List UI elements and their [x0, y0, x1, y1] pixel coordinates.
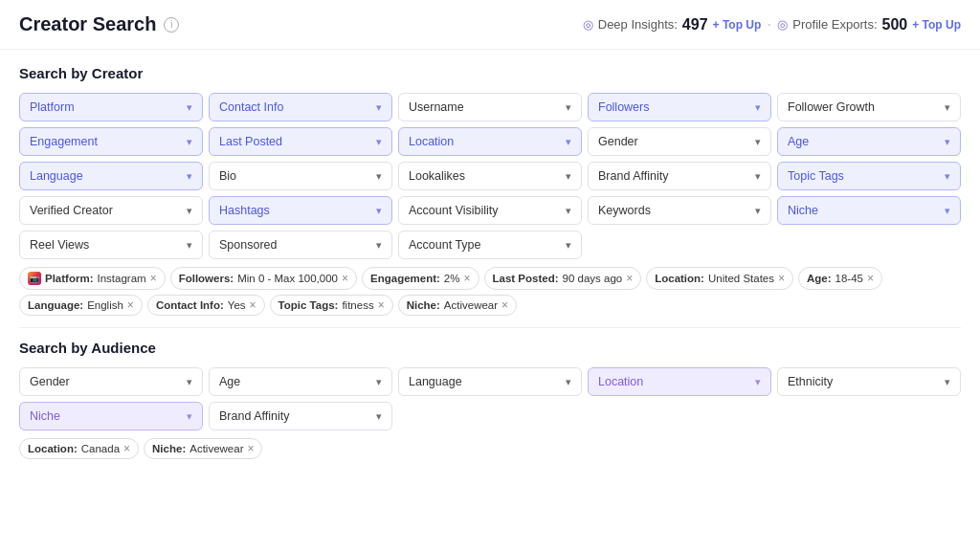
filter-tag-close[interactable]: × [778, 273, 785, 284]
filter-btn-label: Engagement [30, 135, 98, 148]
filter-tag: Location: Canada× [19, 438, 139, 459]
profile-exports-label: Profile Exports: [792, 17, 877, 32]
deep-insights-topup[interactable]: + Top Up [713, 18, 762, 32]
filter-btn-bio[interactable]: Bio▾ [209, 162, 392, 190]
profile-exports-topup[interactable]: + Top Up [912, 18, 961, 32]
header-right: ◎ Deep Insights: 497 + Top Up · ◎ Profil… [583, 14, 961, 34]
main-content: Search by Creator Platform▾Contact Info▾… [0, 50, 980, 478]
chevron-down-icon: ▾ [376, 170, 382, 183]
filter-btn-label: Gender [598, 135, 638, 148]
filter-btn-lookalikes[interactable]: Lookalikes▾ [398, 162, 582, 190]
filter-btn-engagement[interactable]: Engagement▾ [19, 127, 203, 156]
filter-btn-age[interactable]: Age▾ [209, 367, 392, 396]
chevron-down-icon: ▾ [945, 136, 950, 148]
filter-btn-last-posted[interactable]: Last Posted▾ [209, 127, 392, 156]
filter-btn-account-visibility[interactable]: Account Visibility▾ [398, 196, 582, 225]
filter-btn-verified-creator[interactable]: Verified Creator▾ [19, 196, 203, 225]
filter-btn-label: Account Visibility [409, 204, 499, 217]
filter-tag: Followers: Min 0 - Max 100,000× [170, 267, 357, 290]
chevron-down-icon: ▾ [945, 101, 950, 114]
filter-tag-close[interactable]: × [867, 273, 874, 284]
chevron-down-icon: ▾ [755, 136, 761, 148]
info-icon[interactable]: i [164, 17, 179, 33]
filter-tag-key: Niche: [152, 443, 186, 454]
filter-tag-value: 90 days ago [563, 273, 623, 284]
chevron-down-icon: ▾ [376, 101, 382, 114]
filter-tag-value: Activewear [444, 299, 498, 311]
page-title: Creator Search [19, 13, 156, 35]
filter-tag: Niche: Activewear× [398, 295, 517, 316]
filter-btn-label: Bio [219, 169, 236, 183]
filter-tag-close[interactable]: × [250, 299, 256, 311]
filter-tag-key: Last Posted: [493, 273, 559, 284]
deep-insights-stat: ◎ Deep Insights: 497 + Top Up [583, 16, 762, 33]
creator-filter-row1: Platform▾Contact Info▾Username▾Followers… [19, 93, 961, 121]
filter-btn-label: Keywords [598, 204, 651, 217]
filter-btn-sponsored[interactable]: Sponsored▾ [209, 231, 392, 259]
filter-tag-key: Engagement: [370, 273, 440, 284]
chevron-down-icon: ▾ [187, 205, 192, 217]
filter-btn-language[interactable]: Language▾ [398, 367, 582, 396]
filter-btn-keywords[interactable]: Keywords▾ [588, 196, 771, 225]
filter-btn-label: Location [409, 135, 454, 148]
filter-tag-key: Contact Info: [156, 299, 224, 311]
filter-tag: Language: English× [19, 295, 143, 316]
filter-btn-brand-affinity[interactable]: Brand Affinity▾ [209, 402, 392, 430]
filter-tag-close[interactable]: × [150, 273, 157, 284]
filter-btn-username[interactable]: Username▾ [398, 93, 582, 121]
filter-tag-close[interactable]: × [247, 443, 254, 454]
filter-btn-contact-info[interactable]: Contact Info▾ [209, 93, 392, 121]
filter-btn-age[interactable]: Age▾ [777, 127, 961, 156]
filter-btn-label: Language [409, 375, 462, 388]
filter-tag-close[interactable]: × [378, 299, 385, 311]
filter-tag-close[interactable]: × [123, 443, 130, 454]
chevron-down-icon: ▾ [755, 170, 761, 183]
filter-btn-niche[interactable]: Niche▾ [777, 196, 961, 225]
filter-btn-account-type[interactable]: Account Type▾ [398, 231, 582, 259]
filter-tag-key: Location: [655, 273, 704, 284]
filter-tag-key: Platform: [45, 273, 93, 284]
filter-tag-key: Niche: [407, 299, 440, 311]
chevron-down-icon: ▾ [187, 101, 192, 114]
filter-btn-niche[interactable]: Niche▾ [19, 402, 203, 430]
creator-section-title: Search by Creator [19, 65, 961, 81]
chevron-down-icon: ▾ [187, 136, 192, 148]
filter-btn-brand-affinity[interactable]: Brand Affinity▾ [588, 162, 771, 190]
filter-btn-hashtags[interactable]: Hashtags▾ [209, 196, 392, 225]
filter-btn-label: Verified Creator [30, 204, 113, 217]
filter-tag: Age: 18-45× [798, 267, 882, 290]
filter-btn-platform[interactable]: Platform▾ [19, 93, 203, 121]
filter-btn-reel-views[interactable]: Reel Views▾ [19, 231, 203, 259]
filter-tag: Contact Info: Yes× [147, 295, 265, 316]
filter-tag-value: English [87, 299, 123, 311]
filter-btn-label: Ethnicity [788, 375, 833, 388]
filter-tag-key: Language: [28, 299, 83, 311]
filter-tag-close[interactable]: × [626, 273, 633, 284]
chevron-down-icon: ▾ [187, 410, 192, 423]
header: Creator Search i ◎ Deep Insights: 497 + … [0, 0, 980, 50]
filter-btn-language[interactable]: Language▾ [19, 162, 203, 190]
profile-exports-count: 500 [882, 16, 908, 33]
filter-tag-close[interactable]: × [501, 299, 508, 311]
filter-btn-follower-growth[interactable]: Follower Growth▾ [777, 93, 961, 121]
filter-btn-topic-tags[interactable]: Topic Tags▾ [777, 162, 961, 190]
chevron-down-icon: ▾ [376, 376, 382, 388]
filter-btn-location[interactable]: Location▾ [398, 127, 582, 156]
creator-filter-row4: Verified Creator▾Hashtags▾Account Visibi… [19, 196, 961, 225]
filter-btn-ethnicity[interactable]: Ethnicity▾ [777, 367, 961, 396]
filter-tag-value: Yes [228, 299, 246, 311]
filter-btn-gender[interactable]: Gender▾ [588, 127, 771, 156]
section-divider [19, 327, 961, 328]
chevron-down-icon: ▾ [566, 376, 571, 388]
filter-tag-close[interactable]: × [342, 273, 348, 284]
filter-tag-value: Canada [81, 443, 120, 454]
deep-insights-count: 497 [682, 16, 708, 33]
audience-section: Search by Audience Gender▾Age▾Language▾L… [19, 340, 961, 459]
filter-btn-gender[interactable]: Gender▾ [19, 367, 203, 396]
filter-btn-label: Topic Tags [788, 169, 844, 183]
filter-tag-close[interactable]: × [127, 299, 134, 311]
filter-tag-close[interactable]: × [463, 273, 470, 284]
filter-btn-location[interactable]: Location▾ [588, 367, 771, 396]
filter-tag-value: fitness [342, 299, 373, 311]
filter-btn-followers[interactable]: Followers▾ [588, 93, 771, 121]
